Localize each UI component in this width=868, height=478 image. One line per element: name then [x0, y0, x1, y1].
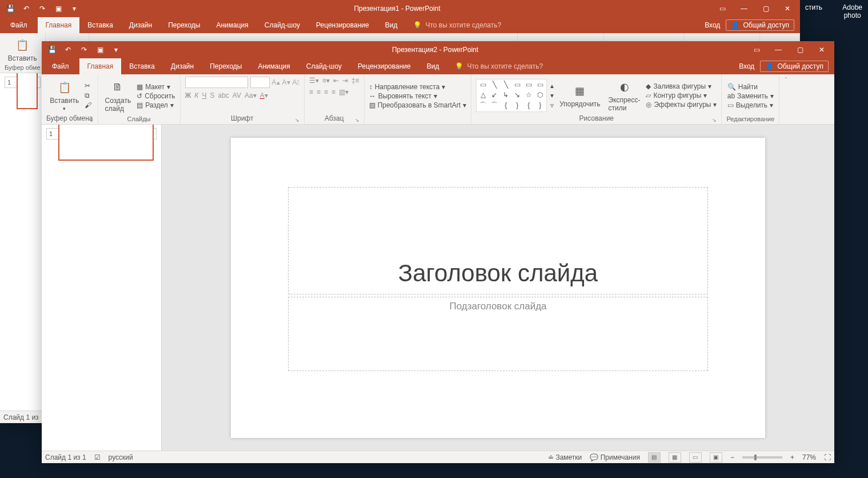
tab-file[interactable]: Файл [42, 58, 79, 74]
dec-indent-icon[interactable]: ⇤ [333, 77, 339, 85]
font-name-select[interactable] [185, 77, 248, 88]
tell-me[interactable]: 💡Что вы хотите сделать? [405, 17, 509, 33]
tab-slideshow[interactable]: Слайд-шоу [298, 58, 350, 74]
dialog-launcher-icon[interactable]: ↘ [355, 117, 359, 123]
tab-view[interactable]: Вид [377, 17, 406, 33]
inc-indent-icon[interactable]: ⇥ [342, 77, 348, 85]
replace-button[interactable]: ab Заменить ▾ [727, 92, 774, 100]
reading-view-icon[interactable]: ▭ [689, 452, 702, 463]
align-right-icon[interactable]: ≡ [324, 88, 328, 96]
tab-animations[interactable]: Анимация [250, 58, 298, 74]
shapeeffects-button[interactable]: ◎ Эффекты фигуры ▾ [646, 101, 717, 109]
spacing-icon[interactable]: AV [233, 91, 241, 99]
dialog-launcher-icon[interactable]: ↘ [712, 117, 717, 123]
tab-file[interactable]: Файл [0, 17, 38, 33]
zoom-slider[interactable] [742, 456, 782, 459]
start-show-icon[interactable]: ▣ [54, 5, 63, 13]
zoom-level[interactable]: 77% [802, 453, 816, 461]
slideshow-view-icon[interactable]: ▣ [710, 452, 722, 463]
tab-transitions[interactable]: Переходы [202, 58, 250, 74]
reset-button[interactable]: ↺ Сбросить [137, 92, 175, 100]
close-icon[interactable]: ✕ [783, 5, 792, 13]
save-icon[interactable]: 💾 [47, 46, 57, 54]
share-button[interactable]: 👤Общий доступ [760, 61, 829, 72]
font-color-icon[interactable]: A▾ [260, 91, 268, 99]
share-button[interactable]: 👤Общий доступ [726, 19, 794, 31]
italic-icon[interactable]: К [194, 91, 198, 99]
notes-button[interactable]: ≐ Заметки [548, 453, 582, 461]
spellcheck-icon[interactable]: ☑ [94, 453, 101, 461]
paste-button[interactable]: 📋Вставить▾ [47, 79, 81, 111]
smartart-button[interactable]: ▧ Преобразовать в SmartArt ▾ [369, 101, 467, 109]
dialog-launcher-icon[interactable]: ↘ [89, 117, 93, 123]
signin-link[interactable]: Вход [739, 62, 754, 70]
numbering-icon[interactable]: ≡▾ [322, 77, 330, 85]
qat-more-icon[interactable]: ▾ [111, 46, 121, 54]
tab-home[interactable]: Главная [79, 58, 122, 74]
qat-more-icon[interactable]: ▾ [70, 5, 79, 13]
undo-icon[interactable]: ↶ [22, 5, 31, 13]
columns-icon[interactable]: ▥▾ [339, 88, 349, 96]
tab-insert[interactable]: Вставка [79, 17, 121, 33]
align-center-icon[interactable]: ≡ [317, 88, 321, 96]
case-icon[interactable]: Aa▾ [245, 91, 257, 99]
textdir-button[interactable]: ↕ Направление текста ▾ [369, 83, 467, 91]
tab-home[interactable]: Главная [38, 17, 80, 33]
slide-counter[interactable]: Слайд 1 из 1 [45, 453, 86, 461]
dialog-launcher-icon[interactable]: ↘ [295, 117, 299, 123]
subtitle-placeholder[interactable]: Подзаголовок слайда [288, 297, 708, 371]
format-painter-icon[interactable]: 🖌 [85, 101, 91, 109]
cut-icon[interactable]: ✂ [85, 82, 91, 90]
language-indicator[interactable]: русский [109, 453, 133, 461]
slide-panel[interactable]: 1 [0, 73, 46, 411]
slide-canvas[interactable]: Заголовок слайда Подзаголовок слайда [162, 125, 834, 451]
new-slide-button[interactable]: 🗎Создать слайд [103, 79, 134, 113]
increase-font-icon[interactable]: A▴ [272, 78, 280, 86]
tab-transitions[interactable]: Переходы [160, 17, 208, 33]
copy-icon[interactable]: ⧉ [85, 91, 91, 99]
tab-slideshow[interactable]: Слайд-шоу [257, 17, 308, 33]
zoom-in-icon[interactable]: + [790, 453, 794, 461]
slide[interactable]: Заголовок слайда Подзаголовок слайда [231, 138, 765, 438]
clear-format-icon[interactable]: A⃠ [293, 78, 299, 86]
tab-review[interactable]: Рецензирование [308, 17, 377, 33]
shapeoutline-button[interactable]: ▱ Контур фигуры ▾ [646, 91, 717, 99]
arrange-button[interactable]: ▦Упорядочить [557, 83, 602, 108]
ribbon-options-icon[interactable]: ▭ [718, 5, 727, 13]
gallery-more-icon[interactable]: ▿ [550, 101, 554, 109]
zoom-out-icon[interactable]: − [730, 453, 734, 461]
slide-thumbnail-1[interactable]: 1 [5, 77, 41, 88]
shapefill-button[interactable]: ◆ Заливка фигуры ▾ [646, 82, 717, 90]
section-button[interactable]: ▤ Раздел ▾ [137, 101, 175, 109]
decrease-font-icon[interactable]: A▾ [282, 78, 290, 86]
slide-panel[interactable]: 1 [42, 125, 162, 451]
ribbon-options-icon[interactable]: ▭ [752, 46, 761, 54]
bold-icon[interactable]: Ж [185, 91, 191, 99]
desktop-icon-2[interactable]: Adobephoto [842, 3, 862, 19]
fit-window-icon[interactable]: ⛶ [824, 453, 831, 461]
tab-design[interactable]: Дизайн [163, 58, 202, 74]
tab-insert[interactable]: Вставка [121, 58, 163, 74]
redo-icon[interactable]: ↷ [38, 5, 47, 13]
shadow-icon[interactable]: S [210, 91, 214, 99]
bullets-icon[interactable]: ☰▾ [309, 77, 319, 85]
align-left-icon[interactable]: ≡ [309, 88, 313, 96]
linespacing-icon[interactable]: ‡≡ [351, 77, 359, 85]
titlebar[interactable]: 💾 ↶ ↷ ▣ ▾ Презентация1 - PowerPoint ▭ — … [0, 0, 800, 17]
tab-animations[interactable]: Анимация [208, 17, 256, 33]
tell-me[interactable]: 💡Что вы хотите сделать? [447, 58, 551, 74]
close-icon[interactable]: ✕ [817, 46, 826, 54]
paste-button[interactable]: 📋Вставить [6, 37, 39, 62]
redo-icon[interactable]: ↷ [79, 46, 89, 54]
sorter-view-icon[interactable]: ▦ [669, 452, 681, 463]
shape-gallery[interactable]: ▭╲╲▭▭▭ △↙↳↘☆⬡ ⌒⌒{}{} [476, 79, 547, 112]
signin-link[interactable]: Вход [705, 21, 720, 29]
layout-button[interactable]: ▦ Макет ▾ [137, 83, 175, 91]
collapse-ribbon-icon[interactable]: ˆ [779, 74, 792, 124]
comments-button[interactable]: 💬 Примечания [590, 453, 640, 461]
minimize-icon[interactable]: — [739, 5, 749, 13]
align-justify-icon[interactable]: ≡ [331, 88, 335, 96]
quickstyles-button[interactable]: ◐Экспресс- стили [606, 79, 643, 112]
titlebar[interactable]: 💾 ↶ ↷ ▣ ▾ Презентация2 - PowerPoint ▭ — … [42, 41, 834, 58]
tab-design[interactable]: Дизайн [121, 17, 160, 33]
